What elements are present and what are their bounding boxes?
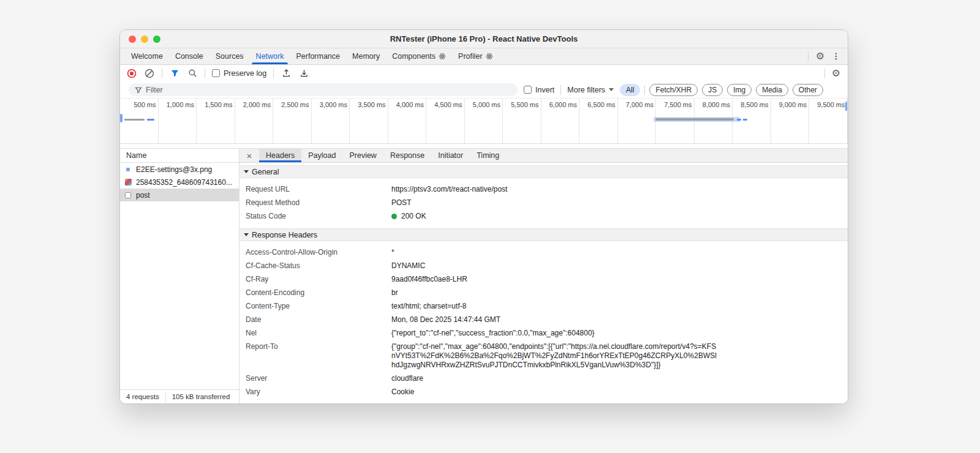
filter-pill-fetch-xhr[interactable]: Fetch/XHR	[649, 84, 698, 96]
request-row-post[interactable]: post	[120, 189, 239, 201]
divider	[560, 85, 561, 95]
divider	[205, 69, 205, 78]
settings-gear-icon[interactable]: ⚙	[816, 51, 824, 61]
filter-funnel-icon[interactable]	[169, 68, 180, 79]
timeline-tick: 1,000 ms	[159, 99, 197, 143]
kebab-menu-icon[interactable]	[832, 52, 840, 61]
close-window-button[interactable]	[129, 36, 136, 43]
divider	[162, 69, 162, 78]
export-har-icon[interactable]	[298, 68, 309, 79]
disclosure-triangle-icon	[244, 233, 249, 236]
header-value: Mon, 08 Dec 2025 14:47:44 GMT	[391, 315, 500, 324]
header-value: text/html; charset=utf-8	[391, 302, 466, 311]
filter-pill-js[interactable]: JS	[702, 84, 723, 96]
timeline-tick: 4,500 ms	[426, 99, 465, 143]
tab-memory[interactable]: Memory	[346, 48, 386, 64]
tab-sources[interactable]: Sources	[209, 48, 250, 64]
zoom-window-button[interactable]	[153, 36, 160, 43]
react-atom-icon	[486, 53, 493, 60]
network-settings-gear-icon[interactable]: ⚙	[832, 69, 840, 78]
name-column-header[interactable]: Name	[120, 149, 239, 163]
timeline-tick: 3,000 ms	[312, 99, 350, 143]
more-filters-dropdown[interactable]: More filters	[567, 86, 614, 94]
tab-response[interactable]: Response	[383, 149, 431, 162]
timeline-tick: 7,000 ms	[618, 99, 657, 143]
filter-input-box[interactable]	[129, 83, 518, 96]
header-value: *	[391, 248, 394, 257]
header-key: Vary	[239, 387, 391, 396]
window-title: RNTester (iPhone 16 Pro) - React Native …	[120, 34, 848, 43]
search-icon[interactable]	[187, 68, 198, 79]
preserve-log-checkbox[interactable]	[212, 69, 220, 77]
requests-sidebar: Name E2EE-settings@3x.png 258435352_6486…	[120, 149, 239, 403]
traffic-lights	[129, 36, 160, 43]
overview-right-handle[interactable]	[845, 102, 847, 111]
timeline-tick: 9,000 ms	[771, 99, 810, 143]
tab-headers[interactable]: Headers	[259, 149, 301, 162]
tab-welcome[interactable]: Welcome	[125, 48, 169, 64]
tab-initiator[interactable]: Initiator	[431, 149, 470, 162]
header-value: 9aad0f46ffbc0ae8-LHR	[391, 275, 467, 284]
tab-performance[interactable]: Performance	[290, 48, 346, 64]
minimize-window-button[interactable]	[141, 36, 148, 43]
filter-pill-other[interactable]: Other	[793, 84, 823, 96]
header-row: Date Mon, 08 Dec 2025 14:47:44 GMT	[239, 313, 848, 326]
overview-left-handle[interactable]	[120, 114, 123, 122]
tab-preview[interactable]: Preview	[342, 149, 383, 162]
request-row-image[interactable]: 258435352_648609743160...	[120, 176, 239, 189]
header-key: Request Method	[239, 198, 391, 207]
details-tab-bar: × Headers Payload Preview Response Initi…	[239, 149, 848, 163]
main-tab-bar: Welcome Console Sources Network Performa…	[120, 48, 848, 65]
network-toolbar: Preserve log ⚙	[120, 65, 848, 81]
filter-pill-all[interactable]: All	[620, 84, 640, 96]
headers-panel: General Request URL https://ptsv3.com/t/…	[239, 163, 848, 403]
invert-checkbox[interactable]	[524, 86, 532, 94]
waterfall-bar-early-blue	[147, 119, 154, 121]
timeline-tick: 2,500 ms	[273, 99, 312, 143]
filter-pill-media[interactable]: Media	[756, 84, 788, 96]
tab-payload[interactable]: Payload	[301, 149, 342, 162]
timeline-tick: 4,000 ms	[388, 99, 427, 143]
tab-components[interactable]: Components	[386, 48, 452, 64]
header-row: Vary Cookie	[239, 385, 848, 399]
tab-profiler[interactable]: Profiler	[452, 48, 499, 64]
record-network-log-button[interactable]	[126, 68, 137, 79]
header-row: Content-Type text/html; charset=utf-8	[239, 299, 848, 313]
clear-network-log-icon[interactable]	[144, 68, 155, 79]
header-row: Access-Control-Allow-Origin *	[239, 245, 848, 259]
request-row-e2ee-settings[interactable]: E2EE-settings@3x.png	[120, 163, 239, 176]
filter-funnel-small-icon	[135, 86, 142, 94]
tab-console[interactable]: Console	[169, 48, 209, 64]
divider	[808, 51, 809, 61]
requests-count: 4 requests	[120, 393, 165, 400]
network-content: Name E2EE-settings@3x.png 258435352_6486…	[120, 148, 848, 403]
response-header-rows: Access-Control-Allow-Origin * Cf-Cache-S…	[239, 241, 848, 403]
header-row: Cf-Cache-Status DYNAMIC	[239, 259, 848, 272]
chevron-down-icon	[609, 88, 614, 91]
close-details-icon[interactable]: ×	[239, 149, 259, 162]
network-overview-timeline[interactable]: 500 ms 1,000 ms 1,500 ms 2,000 ms 2,500 …	[120, 98, 848, 144]
response-headers-section-header[interactable]: Response Headers	[239, 228, 848, 241]
invert-filter-control[interactable]: Invert	[524, 86, 554, 94]
waterfall-dash-1	[737, 119, 741, 121]
title-bar: RNTester (iPhone 16 Pro) - React Native …	[120, 30, 848, 48]
preserve-log-control[interactable]: Preserve log	[212, 69, 266, 78]
import-har-icon[interactable]	[281, 68, 292, 79]
header-key: Date	[239, 315, 391, 324]
header-key: Report-To	[239, 342, 391, 351]
timeline-tick: 9,500 ms	[809, 99, 848, 143]
header-value: POST	[391, 198, 412, 208]
image-file-icon	[124, 168, 132, 171]
timeline-tick: 6,500 ms	[579, 99, 618, 143]
header-key: Request URL	[239, 185, 391, 193]
general-section-header[interactable]: General	[239, 165, 848, 178]
disclosure-triangle-icon	[244, 170, 249, 173]
filter-pill-img[interactable]: Img	[727, 84, 752, 96]
timeline-tick: 3,500 ms	[350, 99, 388, 143]
tab-timing[interactable]: Timing	[470, 149, 506, 162]
filter-input[interactable]	[146, 86, 511, 94]
header-key: Access-Control-Allow-Origin	[239, 248, 391, 256]
tab-network[interactable]: Network	[250, 48, 290, 64]
header-row: Request URL https://ptsv3.com/t/react-na…	[239, 182, 848, 196]
timeline-tick: 5,500 ms	[503, 99, 541, 143]
